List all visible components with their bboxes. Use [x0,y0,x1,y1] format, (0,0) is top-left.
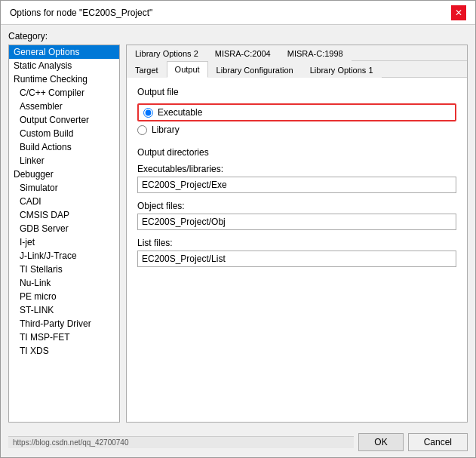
tab-bottom[interactable]: Output [167,61,208,78]
output-file-radio[interactable] [143,108,153,118]
tab-bottom[interactable]: Library Options 1 [302,61,382,78]
output-file-options: ExecutableLibrary [137,103,456,135]
sidebar-item[interactable]: C/C++ Compiler [9,86,119,100]
dir-field-input[interactable] [137,251,456,267]
output-file-option-label: Executable [158,107,202,118]
dir-field: List files: [137,238,456,267]
status-url: https://blog.csdn.net/qq_42700740 [8,436,354,448]
dialog-body: Category: General OptionsStatic Analysis… [1,25,475,429]
sidebar-item[interactable]: Debugger [9,168,119,181]
main-panel: Library Options 2MISRA-C:2004MISRA-C:199… [126,45,468,423]
sidebar-item[interactable]: CMSIS DAP [9,208,119,222]
sidebar: General OptionsStatic AnalysisRuntime Ch… [8,45,120,423]
tab-top[interactable]: Library Options 2 [127,45,207,61]
dir-fields: Executables/libraries:Object files:List … [137,164,456,267]
output-file-option-label: Library [152,124,180,135]
category-label: Category: [8,31,468,41]
dir-field-input[interactable] [137,177,456,193]
output-file-title: Output file [137,87,456,97]
dir-field-label: Object files: [137,201,456,211]
sidebar-item[interactable]: GDB Server [9,222,119,235]
dialog-title: Options for node "EC200S_Project" [10,8,152,18]
tabs-row-bottom: TargetOutputLibrary ConfigurationLibrary… [127,61,467,78]
output-file-option[interactable]: Library [137,124,456,135]
output-file-option[interactable]: Executable [137,103,456,121]
dir-field: Executables/libraries: [137,164,456,193]
title-bar: Options for node "EC200S_Project" ✕ [1,1,475,25]
dir-field-input[interactable] [137,214,456,230]
sidebar-item[interactable]: Linker [9,154,119,168]
sidebar-item[interactable]: I-jet [9,235,119,249]
dir-field: Object files: [137,201,456,230]
sidebar-item[interactable]: Runtime Checking [9,72,119,86]
sidebar-item[interactable]: Assembler [9,100,119,113]
sidebar-item[interactable]: TI Stellaris [9,263,119,276]
tabs-row-top: Library Options 2MISRA-C:2004MISRA-C:199… [127,45,467,61]
output-dirs-title: Output directories [137,147,456,158]
dir-field-label: List files: [137,238,456,248]
content-area: General OptionsStatic AnalysisRuntime Ch… [8,45,468,423]
main-dialog: Options for node "EC200S_Project" ✕ Cate… [0,0,476,458]
sidebar-item[interactable]: Custom Build [9,127,119,140]
dialog-footer: https://blog.csdn.net/qq_42700740 OK Can… [1,429,475,457]
sidebar-item[interactable]: Build Actions [9,140,119,154]
tab-content: Output file ExecutableLibrary Output dir… [127,78,467,422]
sidebar-item[interactable]: Nu-Link [9,276,119,290]
tab-bottom[interactable]: Target [127,61,167,78]
sidebar-item[interactable]: Output Converter [9,113,119,127]
close-button[interactable]: ✕ [451,5,466,20]
output-file-radio[interactable] [137,125,147,135]
sidebar-item[interactable]: TI XDS [9,344,119,358]
sidebar-item[interactable]: Static Analysis [9,59,119,72]
sidebar-item[interactable]: CADI [9,195,119,208]
tab-top[interactable]: MISRA-C:1998 [279,45,352,61]
sidebar-item[interactable]: Third-Party Driver [9,317,119,330]
sidebar-item[interactable]: General Options [9,45,119,59]
ok-button[interactable]: OK [358,433,403,451]
tab-top[interactable]: MISRA-C:2004 [207,45,279,61]
sidebar-item[interactable]: J-Link/J-Trace [9,249,119,263]
sidebar-item[interactable]: PE micro [9,290,119,303]
dir-field-label: Executables/libraries: [137,164,456,174]
sidebar-item[interactable]: TI MSP-FET [9,330,119,344]
sidebar-item[interactable]: ST-LINK [9,303,119,317]
sidebar-item[interactable]: Simulator [9,181,119,195]
tab-bottom[interactable]: Library Configuration [208,61,302,78]
cancel-button[interactable]: Cancel [408,433,468,451]
